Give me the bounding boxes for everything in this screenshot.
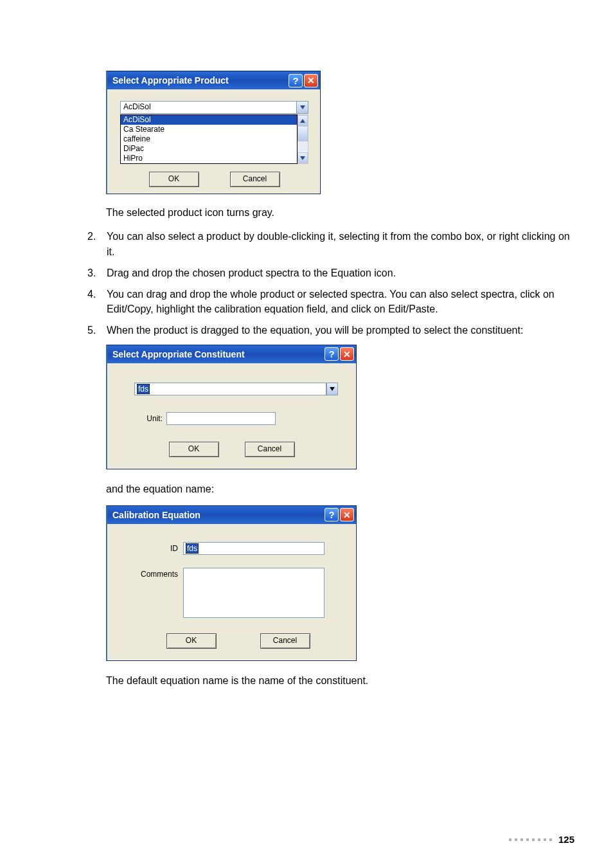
step-list: 2. You can also select a product by doub…	[87, 229, 574, 338]
help-button[interactable]: ?	[289, 74, 303, 87]
constituent-combobox[interactable]: fds	[134, 383, 326, 395]
dialog-select-product: Select Appropriate Product ? ✕ AcDiSol	[106, 71, 321, 194]
close-button[interactable]: ✕	[340, 347, 354, 361]
step-number: 3.	[87, 266, 107, 280]
dialog-select-product-body: AcDiSol AcDiSol Ca Stearate caffeine DiP…	[107, 89, 320, 194]
scrollbar-vertical[interactable]	[298, 114, 308, 164]
help-button[interactable]: ?	[324, 508, 339, 521]
scroll-down-button[interactable]	[298, 152, 308, 163]
constituent-combo-row: fds	[125, 383, 338, 395]
dialog-calibration-equation: Calibration Equation ? ✕ ID fds Comments	[106, 505, 357, 661]
close-icon: ✕	[343, 350, 351, 359]
unit-input[interactable]	[166, 412, 276, 425]
product-listbox-items[interactable]: AcDiSol Ca Stearate caffeine DiPac HiPro	[120, 114, 298, 164]
content-column: Select Appropriate Product ? ✕ AcDiSol	[106, 71, 574, 220]
step-number: 5.	[87, 323, 107, 338]
cancel-button[interactable]: Cancel	[260, 633, 310, 649]
step-text: When the product is dragged to the equat…	[107, 323, 574, 338]
question-icon: ?	[328, 348, 334, 359]
page-number: 125	[558, 834, 574, 845]
list-item[interactable]: DiPac	[121, 144, 297, 154]
dialog-select-constituent-buttons: OK Cancel	[125, 442, 338, 457]
chevron-down-icon[interactable]	[297, 101, 308, 114]
comments-input[interactable]	[183, 568, 324, 618]
dialog-calibration-equation-titlebar[interactable]: Calibration Equation ? ✕	[107, 506, 356, 524]
product-listbox[interactable]: AcDiSol Ca Stearate caffeine DiPac HiPro	[120, 114, 308, 164]
dialog-calibration-equation-buttons: OK Cancel	[127, 633, 337, 649]
list-item[interactable]: Ca Stearate	[121, 125, 297, 134]
step-text: Drag and drop the chosen product spectra…	[107, 266, 574, 280]
list-item[interactable]: HiPro	[121, 154, 297, 163]
close-button[interactable]: ✕	[304, 74, 318, 87]
close-button[interactable]: ✕	[340, 508, 354, 521]
unit-row: Unit:	[125, 412, 338, 425]
body-text: The default equation name is the name of…	[106, 674, 574, 688]
dialog-select-product-title: Select Appropriate Product	[112, 75, 287, 86]
step-number: 2.	[87, 229, 107, 258]
dialog-select-constituent-body: fds Unit: OK Cancel	[107, 363, 356, 469]
dialog-select-product-titlebar[interactable]: Select Appropriate Product ? ✕	[107, 71, 320, 89]
step-text: You can drag and drop the whole product …	[107, 287, 574, 316]
scroll-up-button[interactable]	[298, 115, 308, 126]
list-item[interactable]: caffeine	[121, 134, 297, 144]
id-value: fds	[186, 543, 199, 554]
step-item: 5. When the product is dragged to the eq…	[87, 323, 574, 338]
question-icon: ?	[292, 75, 298, 86]
body-text: The selected product icon turns gray.	[106, 206, 574, 220]
dialog-select-constituent-titlebar[interactable]: Select Appropriate Constituent ? ✕	[107, 345, 356, 363]
ok-button[interactable]: OK	[169, 442, 219, 457]
scroll-thumb[interactable]	[298, 126, 308, 141]
dialog-select-constituent: Select Appropriate Constituent ? ✕ fds	[106, 345, 357, 469]
dialog-select-constituent-title: Select Appropriate Constituent	[112, 349, 323, 359]
product-combobox[interactable]: AcDiSol	[120, 101, 308, 114]
step-item: 4. You can drag and drop the whole produ…	[87, 287, 574, 316]
help-button[interactable]: ?	[324, 347, 339, 361]
constituent-combobox-value: fds	[137, 384, 150, 394]
dialog-calibration-equation-title: Calibration Equation	[112, 510, 323, 520]
close-icon: ✕	[307, 76, 315, 85]
footer-dots-icon	[509, 838, 552, 841]
ok-button[interactable]: OK	[166, 633, 217, 649]
dialog-calibration-equation-body: ID fds Comments OK Cancel	[107, 524, 356, 660]
chevron-down-icon[interactable]	[326, 383, 338, 395]
unit-label: Unit:	[125, 414, 166, 423]
comments-label: Comments	[127, 568, 178, 579]
question-icon: ?	[328, 509, 334, 520]
cancel-button[interactable]: Cancel	[230, 172, 280, 187]
page: Select Appropriate Product ? ✕ AcDiSol	[0, 0, 613, 868]
dialog-select-product-buttons: OK Cancel	[120, 172, 308, 187]
cancel-button[interactable]: Cancel	[245, 442, 295, 457]
id-input[interactable]: fds	[183, 542, 324, 555]
scroll-track[interactable]	[298, 126, 308, 152]
step-item: 2. You can also select a product by doub…	[87, 229, 574, 258]
calibration-form: ID fds Comments	[127, 542, 337, 618]
page-footer: 125	[509, 834, 574, 845]
id-label: ID	[127, 542, 178, 553]
body-text: and the equation name:	[106, 482, 574, 496]
ok-button[interactable]: OK	[149, 172, 199, 187]
content-column-2: Select Appropriate Constituent ? ✕ fds	[106, 345, 574, 689]
list-item[interactable]: AcDiSol	[121, 115, 297, 125]
close-icon: ✕	[343, 511, 351, 520]
step-number: 4.	[87, 287, 107, 316]
step-text: You can also select a product by double-…	[107, 229, 574, 258]
product-combobox-value[interactable]: AcDiSol	[120, 101, 297, 114]
step-item: 3. Drag and drop the chosen product spec…	[87, 266, 574, 280]
